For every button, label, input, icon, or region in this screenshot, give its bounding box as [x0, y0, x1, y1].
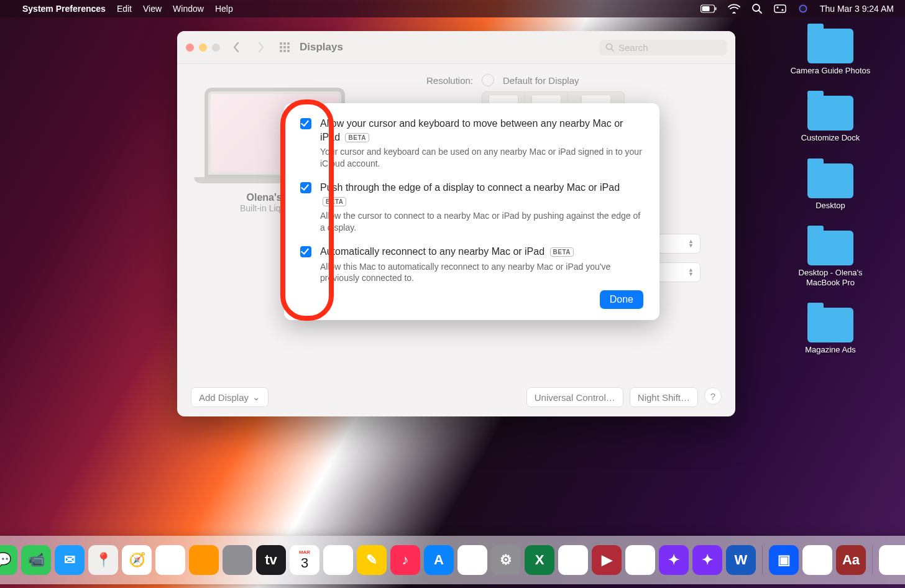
svg-point-3	[753, 4, 760, 11]
dock-maps[interactable]: 📍	[88, 545, 118, 575]
dock-facetime[interactable]: 📹	[21, 545, 51, 575]
menubar: System Preferences Edit View Window Help…	[0, 0, 905, 17]
desktop-icons: Camera Guide Photos Customize Dock Deskt…	[768, 29, 893, 375]
dock-app-4[interactable]	[625, 545, 655, 575]
dock: 􀎞⊞💬📹✉📍🧭✿tvMAR3☰✎♪A✱⚙X◉▶✦✦W▣≡Aa	[0, 536, 905, 584]
wifi-icon[interactable]	[728, 4, 740, 14]
option-auto-reconnect: Automatically reconnect to any nearby Ma…	[300, 245, 643, 284]
menu-help[interactable]: Help	[215, 4, 233, 14]
back-button[interactable]	[227, 39, 245, 56]
menu-window[interactable]: Window	[173, 4, 204, 14]
help-button[interactable]: ?	[704, 387, 722, 405]
svg-point-6	[776, 6, 778, 8]
menu-edit[interactable]: Edit	[117, 4, 132, 14]
universal-control-sheet: Allow your cursor and keyboard to move b…	[284, 103, 659, 320]
dock-slack[interactable]: ✱	[457, 545, 487, 575]
dock-messages[interactable]: 💬	[0, 545, 17, 575]
checkbox[interactable]	[300, 182, 311, 193]
radio-default[interactable]	[482, 74, 494, 86]
svg-rect-2	[715, 7, 716, 11]
show-all-button[interactable]	[277, 40, 292, 55]
desktop-folder[interactable]: Camera Guide Photos	[768, 29, 893, 76]
dock-recent-apps[interactable]	[879, 545, 905, 575]
search-placeholder: Search	[618, 42, 648, 53]
control-center-icon[interactable]	[774, 4, 786, 13]
dock-app-3[interactable]: ▶	[592, 545, 622, 575]
desktop-folder[interactable]: Desktop - Olena's MacBook Pro	[768, 231, 893, 288]
dock-notes[interactable]: ✎	[357, 545, 387, 575]
forward-button[interactable]	[252, 39, 270, 56]
svg-point-7	[781, 9, 783, 11]
dock-app-5[interactable]: ✦	[659, 545, 689, 575]
universal-control-button[interactable]: Universal Control…	[526, 387, 623, 407]
dock-app-7[interactable]: ≡	[802, 545, 832, 575]
beta-badge: BETA	[345, 133, 369, 143]
dock-app-2[interactable]	[223, 545, 252, 575]
search-input[interactable]: Search	[599, 40, 727, 55]
checkbox[interactable]	[300, 246, 311, 257]
dock-word[interactable]: W	[726, 545, 756, 575]
option-description: Allow the cursor to connect to a nearby …	[320, 210, 643, 234]
dock-zoom[interactable]: ▣	[769, 545, 799, 575]
dock-reminders[interactable]: ☰	[323, 545, 353, 575]
checkbox[interactable]	[300, 118, 311, 129]
option-title: Push through the edge of a display to co…	[320, 181, 643, 208]
battery-icon[interactable]	[701, 4, 717, 13]
spotlight-icon[interactable]	[751, 3, 763, 14]
dock-music[interactable]: ♪	[390, 545, 420, 575]
window-title: Displays	[300, 41, 343, 53]
dock-dictionary[interactable]: Aa	[836, 545, 866, 575]
desktop-folder[interactable]: Magazine Ads	[768, 308, 893, 355]
search-icon	[605, 43, 615, 52]
beta-badge: BETA	[550, 247, 574, 257]
dock-appletv[interactable]: tv	[256, 545, 286, 575]
svg-point-10	[607, 44, 612, 49]
dock-appstore[interactable]: A	[424, 545, 454, 575]
menubar-clock[interactable]: Thu Mar 3 9:24 AM	[820, 4, 894, 14]
dock-mail[interactable]: ✉	[55, 545, 85, 575]
dock-calendar[interactable]: MAR3	[290, 545, 319, 575]
close-button[interactable]	[186, 44, 194, 52]
option-title: Allow your cursor and keyboard to move b…	[320, 117, 643, 144]
dock-chrome[interactable]: ◉	[558, 545, 588, 575]
svg-line-4	[759, 11, 761, 13]
night-shift-button[interactable]: Night Shift…	[630, 387, 698, 407]
traffic-lights	[186, 44, 220, 52]
option-allow-cursor-keyboard: Allow your cursor and keyboard to move b…	[300, 117, 643, 170]
resolution-default-label: Default for Display	[503, 75, 579, 86]
svg-rect-5	[774, 5, 786, 12]
desktop-folder[interactable]: Customize Dock	[768, 96, 893, 143]
dock-app-6[interactable]: ✦	[692, 545, 722, 575]
svg-line-11	[612, 49, 613, 51]
dock-photos[interactable]: ✿	[155, 545, 185, 575]
desktop-folder[interactable]: Desktop	[768, 163, 893, 211]
svg-rect-1	[702, 6, 709, 11]
siri-icon[interactable]	[797, 3, 809, 14]
option-description: Your cursor and keyboard can be used on …	[320, 146, 643, 170]
option-push-through-edge: Push through the edge of a display to co…	[300, 181, 643, 234]
app-menu[interactable]: System Preferences	[22, 4, 106, 14]
dock-excel[interactable]: X	[525, 545, 554, 575]
option-title: Automatically reconnect to any nearby Ma…	[320, 245, 643, 259]
dock-app-1[interactable]	[189, 545, 219, 575]
window-toolbar: Displays Search	[177, 31, 735, 64]
zoom-button[interactable]	[212, 44, 220, 52]
beta-badge: BETA	[323, 197, 346, 207]
minimize-button[interactable]	[199, 44, 207, 52]
resolution-label: Resolution:	[374, 75, 473, 86]
chevron-down-icon: ⌄	[252, 392, 260, 403]
dock-settings[interactable]: ⚙	[491, 545, 521, 575]
option-description: Allow this Mac to automatically reconnec…	[320, 261, 643, 285]
system-preferences-window: Displays Search Olena's M… Built-in Liqu…	[177, 31, 735, 416]
desktop: System Preferences Edit View Window Help…	[0, 0, 905, 588]
done-button[interactable]: Done	[600, 290, 643, 309]
add-display-button[interactable]: Add Display⌄	[191, 387, 269, 407]
menu-view[interactable]: View	[143, 4, 162, 14]
dock-safari[interactable]: 🧭	[122, 545, 152, 575]
